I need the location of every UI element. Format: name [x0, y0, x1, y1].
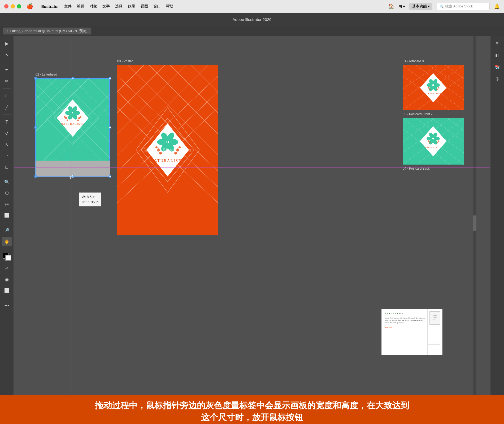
scale-tool-button[interactable]: ⤡ [2, 140, 12, 149]
menu-select[interactable]: 选择 [115, 4, 123, 9]
handle-middle-left[interactable] [36, 126, 37, 129]
traffic-lights [4, 4, 21, 8]
stroke-swatch[interactable] [5, 255, 11, 261]
instruction-line1: 拖动过程中，鼠标指针旁边的灰色度量标签中会显示画板的宽度和高度，在大致达到 [95, 401, 409, 410]
pencil-tool-button[interactable]: ✏ [2, 76, 12, 86]
menu-text[interactable]: 文字 [102, 4, 110, 9]
svg-point-104 [428, 140, 429, 142]
blend-tool-button[interactable]: ⬡ [2, 188, 12, 198]
app-name[interactable]: Illustrator [41, 4, 59, 9]
tab-bar: × Editing_Artboards.ai @ 19.71% (CMYK/GP… [0, 26, 504, 36]
artboard-poster[interactable]: NATURALISTS ©www.MacZ.com [117, 65, 218, 235]
handle-top-right[interactable] [109, 78, 110, 80]
handle-middle-right[interactable] [109, 126, 110, 129]
libraries-panel-button[interactable]: 📚 [493, 62, 502, 72]
svg-line-6 [89, 78, 110, 100]
warp-tool-button[interactable]: 〰 [2, 151, 12, 160]
pen-tool-button[interactable]: ✒ [2, 65, 12, 74]
svg-marker-17 [57, 100, 89, 137]
view-toggle-button[interactable]: ⊞ ▾ [398, 4, 405, 9]
handle-top-center[interactable] [72, 78, 74, 80]
handle-bottom-left[interactable] [36, 175, 37, 176]
svg-point-107 [437, 142, 438, 144]
home-button[interactable]: 🏠 [388, 3, 394, 9]
line-tool-button[interactable]: ╱ [2, 102, 12, 112]
symbol-sprayer-button[interactable]: ◎ [2, 199, 12, 209]
instruction-text: 拖动过程中，鼠标指针旁边的灰色度量标签中会显示画板的宽度和高度，在大致达到 这个… [11, 400, 493, 423]
horizontal-guide-line [14, 167, 490, 167]
maximize-window-button[interactable] [17, 4, 21, 8]
artboard-9-label: 01 - Artboard 9 [403, 59, 424, 63]
letterhead-geo-lines: NATURALISTS [36, 78, 110, 176]
svg-point-29 [80, 116, 81, 118]
artboard-letterhead[interactable]: NATURALISTS [36, 78, 110, 176]
selection-tool-button[interactable]: ▶ [2, 39, 12, 48]
tab-filename: Editing_Artboards.ai @ 19.71% (CMYK/GPU … [10, 29, 88, 33]
resize-cursor-icon: ⇅ [68, 175, 75, 179]
scrollbar-thumb[interactable] [473, 215, 476, 231]
menu-effect[interactable]: 效果 [128, 4, 135, 9]
menu-object[interactable]: 对象 [90, 4, 97, 9]
menu-edit[interactable]: 编辑 [77, 4, 84, 9]
workspace-selector[interactable]: 基本功能 ▾ [409, 3, 432, 10]
document-tab[interactable]: × Editing_Artboards.ai @ 19.71% (CMYK/GP… [3, 28, 91, 34]
left-toolbar: ▶ ↖ ✒ ✏ □ ╱ T ↺ ⤡ 〰 ◻ 🔍 ⬡ ◎ ⬜ 🔎 ✋ ⇌ ◉ ⬜ … [0, 36, 14, 395]
artboard9-svg: NATURALISTS [403, 65, 464, 110]
hand-tool-button[interactable]: ✋ [2, 237, 12, 246]
svg-point-85 [437, 89, 438, 90]
main-area: ▶ ↖ ✒ ✏ □ ╱ T ↺ ⤡ 〰 ◻ 🔍 ⬡ ◎ ⬜ 🔎 ✋ ⇌ ◉ ⬜ … [0, 36, 504, 395]
vertical-scrollbar[interactable] [473, 36, 476, 395]
apple-menu-icon[interactable]: 🍎 [27, 3, 33, 10]
screen-mode-button[interactable]: ⬜ [2, 286, 12, 295]
artboard-letterhead-label: 02 - Letterhead [36, 73, 57, 76]
postcard-tagline: #naturalist [385, 327, 426, 328]
artboard-9-container: 01 - Artboard 9 [403, 65, 464, 110]
artboard-tool-button[interactable]: ⬜ [2, 210, 12, 220]
handle-bottom-right[interactable] [109, 175, 110, 176]
title-bar: Adobe Illustrator 2020 [0, 13, 504, 26]
postcard-address-lines [428, 342, 440, 347]
direct-select-tool-button[interactable]: ↖ [2, 50, 12, 59]
menu-help[interactable]: 帮助 [166, 4, 173, 9]
close-window-button[interactable] [4, 4, 8, 8]
artboard-9[interactable]: NATURALISTS [403, 65, 464, 110]
text-tool-button[interactable]: T [2, 117, 12, 127]
zoom-tool-button[interactable]: 🔎 [2, 226, 12, 235]
toolbar-separator-1 [3, 62, 11, 62]
postcard-brand: NATURALIST [385, 312, 426, 315]
menu-view[interactable]: 视图 [141, 4, 148, 9]
adobe-stock-search[interactable]: 🔍 搜索 Adobe Stock [437, 3, 490, 10]
artboard-postcard-front[interactable]: NATURALISTS [403, 118, 464, 165]
postcard-divider [427, 309, 428, 355]
rotate-tool-button[interactable]: ↺ [2, 129, 12, 138]
minimize-window-button[interactable] [11, 4, 15, 8]
search-icon: 🔍 [440, 5, 444, 8]
draw-mode-button[interactable]: ◉ [2, 275, 12, 284]
layers-panel-button[interactable]: ◧ [493, 50, 502, 60]
dimension-tooltip: W: 8.5 in H: 11.36 in [79, 192, 101, 206]
eraser-tool-button[interactable]: ◻ [2, 162, 12, 171]
artboard-letterhead-container: 02 - Letterhead [36, 78, 110, 176]
rectangle-tool-button[interactable]: □ [2, 91, 12, 101]
properties-panel-button[interactable]: ≡ [493, 39, 502, 48]
svg-point-26 [64, 116, 66, 118]
fill-stroke-indicator[interactable] [2, 253, 12, 261]
notifications-icon[interactable]: 🔔 [494, 3, 500, 9]
toolbar-separator-6 [3, 249, 11, 249]
menu-file[interactable]: 文件 [64, 4, 72, 9]
swap-fill-stroke-button[interactable]: ⇌ [2, 263, 12, 273]
svg-point-23 [65, 111, 72, 115]
artboard-poster-label: 03 - Poster [117, 59, 133, 63]
artboard-postcard-back[interactable]: PlaceStampHere NATURALIST Live a life li… [381, 309, 442, 355]
menu-window[interactable]: 窗口 [153, 4, 161, 9]
handle-top-left[interactable] [36, 78, 37, 80]
appearance-panel-button[interactable]: ◎ [493, 74, 502, 83]
canvas-area[interactable]: 02 - Letterhead [14, 36, 490, 395]
dimension-width: W: 8.5 in [82, 194, 98, 200]
tab-close-button[interactable]: × [6, 29, 8, 33]
postcard-front-svg: NATURALISTS [403, 118, 464, 165]
svg-point-105 [429, 142, 431, 144]
workspace-label: 基本功能 [412, 4, 427, 9]
more-tools-button[interactable]: ••• [2, 301, 12, 310]
eyedropper-tool-button[interactable]: 🔍 [2, 177, 12, 187]
